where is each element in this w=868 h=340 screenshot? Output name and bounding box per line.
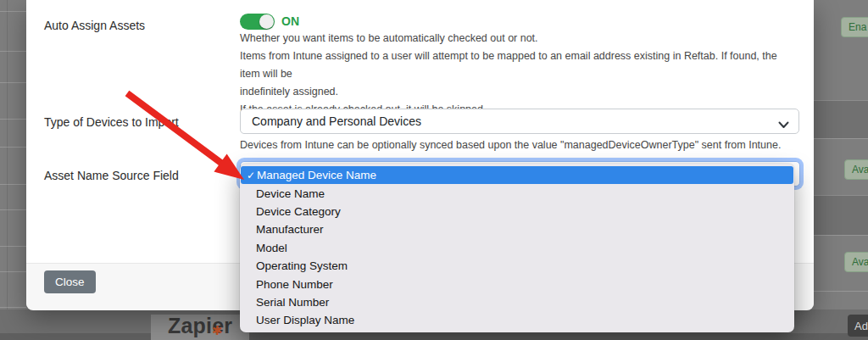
status-badge: Ena bbox=[841, 17, 868, 37]
divider bbox=[0, 82, 26, 83]
divider bbox=[0, 11, 26, 12]
device-type-selected-value: Company and Personal Devices bbox=[241, 114, 421, 128]
dropdown-option-selected[interactable]: ✓ Managed Device Name bbox=[241, 166, 793, 184]
divider bbox=[0, 184, 26, 185]
dropdown-option-label: Manufacturer bbox=[256, 223, 324, 236]
toggle-knob bbox=[259, 14, 274, 29]
dropdown-option-label: User Display Name bbox=[256, 314, 354, 326]
checkmark-icon: ✓ bbox=[245, 170, 257, 181]
dropdown-option[interactable]: Operating System bbox=[240, 257, 794, 275]
dropdown-option[interactable]: Device Category bbox=[240, 203, 794, 220]
zapier-integration-title: Zapier bbox=[168, 314, 232, 338]
dropdown-option-label: Device Category bbox=[256, 205, 341, 218]
toggle-state-label: ON bbox=[281, 14, 299, 28]
table-row bbox=[814, 195, 868, 235]
device-type-select[interactable]: Company and Personal Devices bbox=[240, 109, 799, 134]
divider bbox=[0, 119, 26, 120]
device-type-help-text: Devices from Intune can be optionally sy… bbox=[240, 137, 789, 154]
status-badge: Ava bbox=[844, 252, 868, 272]
background-column-divider bbox=[7, 0, 8, 309]
zapier-logo-icon: ✱ bbox=[212, 323, 223, 338]
divider bbox=[814, 195, 868, 196]
auto-assign-help-text: Whether you want items to be automatical… bbox=[240, 30, 789, 119]
divider bbox=[0, 307, 26, 308]
help-line: Items from Intune assigned to a user wil… bbox=[240, 47, 789, 83]
background-bottom-strip bbox=[0, 333, 868, 340]
dropdown-option-label: Model bbox=[256, 242, 287, 254]
divider bbox=[0, 209, 26, 210]
divider bbox=[814, 291, 868, 292]
divider bbox=[814, 138, 868, 139]
divider bbox=[0, 246, 26, 247]
dropdown-option[interactable]: User Display Name bbox=[240, 311, 794, 329]
divider bbox=[814, 235, 868, 236]
add-button[interactable]: Ad bbox=[848, 315, 868, 337]
dropdown-option[interactable]: Serial Number bbox=[240, 293, 794, 311]
dropdown-option-label: Managed Device Name bbox=[257, 169, 376, 181]
help-line: indefinitely assigned. bbox=[240, 83, 789, 101]
status-badge: Ava bbox=[844, 159, 868, 180]
device-type-label: Type of Devices to Import bbox=[44, 115, 179, 129]
dropdown-option-label: Device Name bbox=[256, 187, 325, 200]
auto-assign-assets-label: Auto Assign Assets bbox=[44, 19, 145, 32]
dropdown-option-label: Serial Number bbox=[256, 296, 329, 309]
divider bbox=[814, 100, 868, 101]
dropdown-option-label: Operating System bbox=[256, 259, 348, 272]
divider bbox=[0, 147, 26, 148]
asset-name-source-dropdown: ✓ Managed Device Name Device Name Device… bbox=[240, 164, 794, 332]
table-row bbox=[814, 100, 868, 138]
divider bbox=[0, 271, 26, 272]
dropdown-option-label: Phone Number bbox=[256, 278, 333, 291]
help-line: Whether you want items to be automatical… bbox=[240, 30, 789, 47]
dropdown-option[interactable]: Model bbox=[240, 239, 794, 257]
asset-name-source-label: Asset Name Source Field bbox=[44, 169, 179, 182]
chevron-down-icon bbox=[778, 117, 789, 132]
dropdown-option[interactable]: Device Name bbox=[240, 184, 794, 202]
dropdown-option[interactable]: Manufacturer bbox=[240, 220, 794, 238]
auto-assign-toggle[interactable] bbox=[240, 14, 275, 30]
close-button[interactable]: Close bbox=[44, 270, 96, 293]
screen: Ena Ava Ava Zapier ✱ Ad Auto Assign Asse… bbox=[0, 0, 868, 340]
dropdown-option[interactable]: Phone Number bbox=[240, 275, 794, 293]
divider bbox=[0, 51, 26, 52]
